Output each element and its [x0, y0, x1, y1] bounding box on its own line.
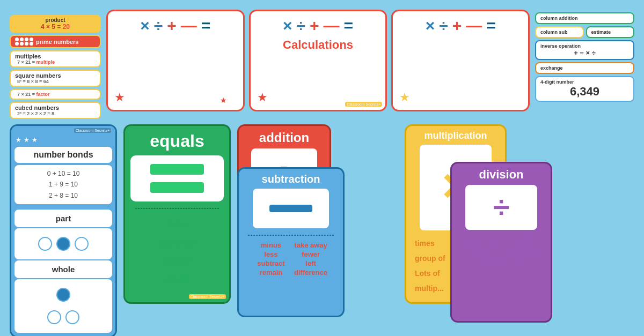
- whole-circles-row-2: [19, 306, 108, 328]
- div-symbol-icon: ÷: [493, 190, 509, 225]
- four-digit-value: 6,349: [540, 85, 629, 99]
- circle-e-1: [47, 310, 61, 324]
- equals-bar-top: [150, 164, 204, 175]
- div-symbol: ÷: [154, 17, 163, 35]
- addition-subtraction-group: addition add plus and increase subtracti…: [237, 124, 366, 307]
- subtraction-card: subtraction minus take away less fewer s…: [237, 167, 345, 317]
- product-card: product 4 × 5 = 20: [10, 15, 101, 33]
- div-word-each: each: [504, 244, 544, 251]
- nb-header: Classroom Secrets+: [11, 126, 115, 135]
- equals-words: total same as makes equal: [159, 215, 195, 288]
- equation-2: 1 + 9 = 10: [21, 179, 106, 190]
- sub-word-difference: difference: [294, 268, 327, 277]
- estimate-label: estimate: [591, 29, 630, 35]
- number-bonds-title: number bonds: [14, 147, 112, 163]
- estimate-card: estimate: [586, 26, 635, 38]
- equals-word-equal: equal: [159, 270, 195, 288]
- right-vocab-panel: column addition column sub estimate inve…: [535, 12, 634, 102]
- nb-stars: ★★★: [11, 135, 115, 145]
- exchange-label: exchange: [540, 65, 629, 71]
- part-label: part: [14, 210, 112, 227]
- whole-circles: [14, 279, 112, 333]
- div-word-divided-by: divided by: [504, 252, 544, 260]
- calc-symbols-3: × ÷ + — =: [426, 17, 496, 35]
- nb-logo: Classroom Secrets+: [74, 128, 111, 133]
- multiples-card: multiples 7 × 21 = multiple: [10, 50, 101, 68]
- vocab-stack: product 4 × 5 = 20 prime numbers multipl…: [10, 15, 101, 119]
- whole-label: whole: [14, 260, 112, 278]
- star-deco-left: ★: [257, 91, 268, 104]
- classroom-secrets-logo: Classroom Secrets+: [345, 102, 382, 107]
- multiples-detail: 7 × 21 = multiple: [15, 59, 96, 65]
- equals-bar-bottom: [150, 182, 204, 193]
- factors-detail: 7 × 21 = factor: [15, 92, 96, 97]
- product-label: product: [14, 17, 97, 23]
- division-words: share divide divide into each group divi…: [456, 233, 546, 271]
- calc-banner-3: × ÷ + — = ★: [391, 10, 530, 111]
- bottom-row: Classroom Secrets+ ★★★ number bonds 0 + …: [0, 124, 644, 336]
- plus-symbol: +: [167, 17, 177, 35]
- sub-word-subtract: subtract: [254, 259, 288, 267]
- equals-word-makes: makes: [159, 252, 195, 270]
- inverse-operation-card: inverse operation + − × ÷: [535, 40, 634, 60]
- square-numbers-card: square numbers 8² = 8 × 8 = 64: [10, 70, 101, 87]
- equals-card: equals total same as makes equal Classro…: [123, 124, 231, 304]
- division-title: division: [479, 168, 523, 182]
- subtraction-symbol-box: [253, 189, 329, 228]
- division-symbol-box: ÷: [465, 185, 537, 230]
- calc-banners: × ÷ + — = ★ ★ × ÷ + — = Calculations ★ C…: [106, 10, 530, 111]
- four-digit-number-card: 4-digit number 6,349: [535, 76, 634, 102]
- div-word-divide-into: divide into: [458, 244, 499, 251]
- cubed-numbers-detail: 2³ = 2 × 2 × 2 = 8: [15, 111, 96, 116]
- div-word-share: share: [458, 235, 499, 243]
- sub-word-less: less: [254, 250, 288, 258]
- sub-word-fewer: fewer: [294, 250, 327, 258]
- division-card: division ÷ share divide divide into each…: [450, 162, 552, 323]
- calc-banner-1: × ÷ + — = ★ ★: [106, 10, 245, 111]
- mult-division-group: multiplication ✕ times group of Lots of …: [405, 124, 555, 307]
- sub-word-take-away: take away: [294, 241, 327, 249]
- cubed-numbers-label: cubed numbers: [15, 104, 59, 111]
- inverse-operation-label: inverse operation: [540, 43, 629, 49]
- prime-grid: [15, 38, 34, 46]
- four-digit-label: 4-digit number: [540, 79, 629, 85]
- column-addition-label: column addition: [540, 16, 629, 21]
- sub-word-remain: remain: [254, 268, 288, 277]
- equals-word-same-as: same as: [159, 234, 195, 252]
- part-circles: [14, 228, 112, 259]
- inverse-ops: + − × ÷: [540, 49, 629, 57]
- star-decoration-bl: ★: [114, 91, 125, 104]
- column-addition-card: column addition: [535, 12, 634, 24]
- equals-logo: Classroom Secrets+: [189, 294, 226, 299]
- minus-symbol: —: [181, 17, 197, 35]
- exchange-card: exchange: [535, 62, 634, 74]
- equation-1: 0 + 10 = 10: [21, 168, 106, 179]
- star-deco-3: ★: [399, 91, 410, 104]
- circle-empty-2: [75, 237, 89, 251]
- equals-title: equals: [150, 131, 204, 151]
- prime-numbers-label: prime numbers: [36, 39, 78, 45]
- subtraction-words: minus take away less fewer subtract left…: [252, 239, 330, 279]
- cubed-numbers-card: cubed numbers 2³ = 2 × 2 × 2 = 8: [10, 102, 101, 119]
- column-subtraction-label: column sub: [540, 29, 579, 35]
- calc-symbols-1: × ÷ + — =: [140, 17, 210, 35]
- multiples-label: multiples: [15, 53, 41, 59]
- star-decoration-br: ★: [220, 96, 227, 104]
- minus-bar: [269, 205, 312, 212]
- calc-symbols-2: × ÷ + — =: [283, 17, 353, 35]
- square-numbers-label: square numbers: [15, 72, 61, 79]
- factors-card: 7 × 21 = factor: [10, 89, 101, 100]
- addition-title: addition: [259, 130, 309, 145]
- equals-divider: [135, 208, 219, 209]
- mult-symbol: ×: [140, 17, 150, 35]
- number-bonds-equations: 0 + 10 = 10 1 + 9 = 10 2 + 8 = 10: [14, 165, 112, 204]
- circle-empty-1: [38, 237, 52, 251]
- column-subtraction-card: column sub: [535, 26, 584, 38]
- div-word-divide: divide: [504, 235, 544, 243]
- top-row: product 4 × 5 = 20 prime numbers multipl…: [0, 0, 644, 124]
- number-bonds-card: Classroom Secrets+ ★★★ number bonds 0 + …: [10, 124, 117, 336]
- circle-filled-whole: [56, 288, 70, 302]
- circle-filled: [56, 237, 70, 251]
- sub-word-minus: minus: [254, 241, 288, 249]
- equals-symbol: =: [201, 17, 211, 35]
